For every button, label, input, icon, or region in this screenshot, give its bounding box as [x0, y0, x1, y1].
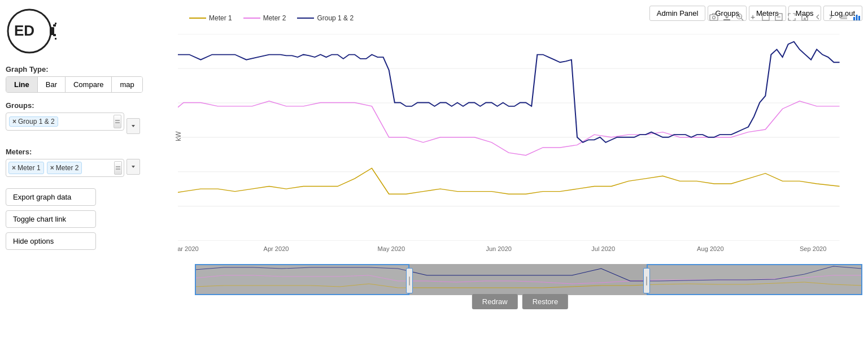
svg-marker-8 [132, 166, 135, 168]
svg-text:ED: ED [14, 22, 34, 39]
lines-icon[interactable] [838, 11, 849, 23]
svg-rect-23 [856, 15, 858, 20]
group-tag-label: Group 1 & 2 [18, 118, 55, 126]
svg-rect-3 [53, 24, 56, 27]
plus-icon[interactable]: + [747, 11, 758, 23]
download-icon[interactable] [721, 11, 732, 23]
home-icon[interactable] [799, 11, 810, 23]
svg-rect-24 [858, 16, 860, 20]
meter1-tag-remove[interactable]: × [12, 164, 16, 172]
graph-type-label: Graph Type: [6, 65, 158, 73]
export-graph-data-button[interactable]: Export graph data [6, 188, 96, 206]
meters-scrollbar[interactable] [114, 161, 122, 175]
svg-point-10 [713, 16, 716, 19]
chart-toolbar: + [708, 11, 862, 23]
graph-type-compare[interactable]: Compare [66, 77, 112, 92]
meter1-tag-label: Meter 1 [18, 164, 41, 172]
svg-text:Mar 2020: Mar 2020 [178, 245, 199, 252]
meter1-tag: × Meter 1 [8, 162, 44, 174]
svg-line-13 [741, 19, 744, 21]
groups-dropdown[interactable] [127, 118, 140, 134]
groups-label: Groups: [6, 101, 158, 110]
y-axis-label: kW [175, 131, 182, 141]
meter2-tag-label: Meter 2 [56, 164, 79, 172]
range-left-selection[interactable] [195, 264, 409, 295]
svg-rect-11 [723, 19, 730, 20]
meters-select[interactable]: × Meter 1 × Meter 2 [6, 159, 124, 177]
redraw-button[interactable]: Redraw [472, 294, 518, 309]
legend-group: Group 1 & 2 [297, 14, 354, 22]
svg-rect-9 [710, 15, 718, 20]
minus-select-icon[interactable] [773, 11, 784, 23]
sidebar: Graph Type: Line Bar Compare map Groups:… [6, 65, 158, 254]
range-right-selection[interactable] [647, 264, 862, 295]
graph-type-selector: Line Bar Compare map [6, 76, 143, 93]
svg-marker-7 [132, 125, 135, 127]
select-icon[interactable] [760, 11, 771, 23]
svg-rect-4 [53, 34, 56, 36]
svg-rect-22 [853, 17, 855, 20]
camera-icon[interactable] [708, 11, 719, 23]
graph-type-bar[interactable]: Bar [38, 77, 66, 92]
main-chart-svg[interactable]: 100 80 60 40 20 0 Mar 2020 Apr 2020 May … [178, 34, 862, 261]
legend-meter1: Meter 1 [189, 14, 232, 22]
range-selector[interactable] [195, 264, 862, 295]
meter2-tag: × Meter 2 [47, 162, 82, 174]
fullscreen-icon[interactable] [786, 11, 797, 23]
meter2-tag-remove[interactable]: × [50, 164, 54, 172]
group-tag: × Group 1 & 2 [9, 116, 58, 127]
hide-options-button[interactable]: Hide options [6, 232, 96, 250]
logo: ED [6, 6, 56, 57]
main-chart-container: 100 80 60 40 20 0 Mar 2020 Apr 2020 May … [178, 34, 862, 261]
legend-meter1-line [189, 18, 206, 19]
meters-dropdown[interactable] [127, 159, 140, 175]
svg-text:Apr 2020: Apr 2020 [264, 245, 289, 252]
groups-select[interactable]: × Group 1 & 2 [6, 113, 124, 131]
bottom-buttons: Redraw Restore [472, 294, 568, 309]
legend-meter2-line [243, 18, 260, 19]
svg-rect-2 [50, 27, 54, 35]
forward-icon[interactable] [825, 11, 836, 23]
svg-text:Jul 2020: Jul 2020 [591, 245, 615, 252]
graph-type-map[interactable]: map [112, 77, 142, 92]
restore-button[interactable]: Restore [522, 294, 569, 309]
back-icon[interactable] [812, 11, 823, 23]
svg-rect-16 [762, 14, 769, 20]
chart-legend: Meter 1 Meter 2 Group 1 & 2 [189, 14, 354, 22]
range-right-handle[interactable] [643, 268, 650, 293]
svg-text:Sep 2020: Sep 2020 [800, 245, 827, 252]
legend-meter1-label: Meter 1 [209, 14, 232, 22]
groups-scrollbar[interactable] [114, 115, 121, 128]
meters-label: Meters: [6, 148, 158, 156]
svg-text:Aug 2020: Aug 2020 [697, 245, 724, 252]
graph-type-line[interactable]: Line [6, 77, 38, 92]
toggle-chart-link-button[interactable]: Toggle chart link [6, 210, 96, 228]
legend-meter2-label: Meter 2 [263, 14, 286, 22]
zoom-in-icon[interactable] [734, 11, 745, 23]
legend-group-label: Group 1 & 2 [317, 14, 354, 22]
bar-chart-icon[interactable] [851, 11, 862, 23]
range-left-handle[interactable] [406, 268, 413, 293]
svg-text:Jun 2020: Jun 2020 [486, 245, 512, 252]
svg-rect-5 [55, 23, 56, 24]
chart-area: + Meter 1 Met [178, 6, 862, 312]
svg-rect-6 [55, 38, 56, 40]
svg-text:May 2020: May 2020 [378, 245, 405, 252]
legend-meter2: Meter 2 [243, 14, 286, 22]
group-tag-remove[interactable]: × [12, 118, 16, 126]
legend-group-line [297, 18, 314, 19]
